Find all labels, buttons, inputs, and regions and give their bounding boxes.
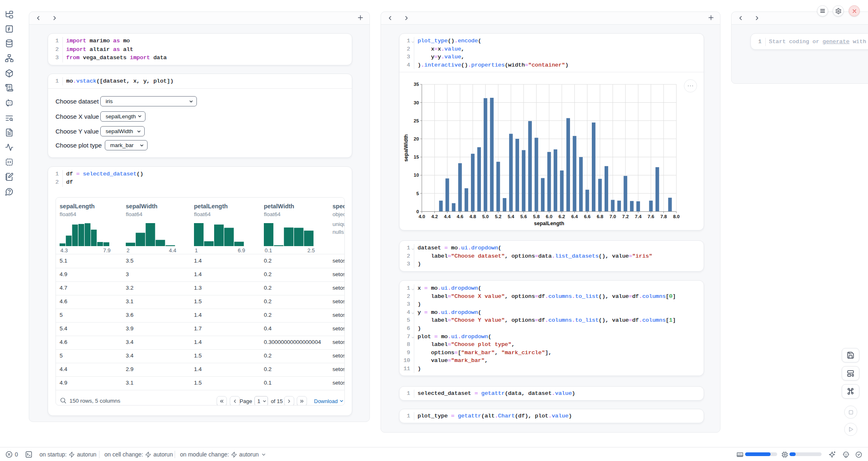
svg-text:15: 15 [414,154,419,159]
svg-text:4.0: 4.0 [418,214,425,219]
svg-text:7.6: 7.6 [648,214,654,219]
svg-text:5.8: 5.8 [533,214,540,219]
svg-text:4.8: 4.8 [469,214,476,219]
svg-text:30: 30 [414,100,419,105]
svg-text:5.2: 5.2 [495,214,501,219]
svg-text:sepalWidth: sepalWidth [403,134,409,162]
svg-text:8.0: 8.0 [673,214,680,219]
svg-text:6.8: 6.8 [597,214,604,219]
svg-text:4.4: 4.4 [444,214,451,219]
svg-text:5.4: 5.4 [508,214,515,219]
svg-text:5: 5 [416,191,419,196]
svg-text:6.4: 6.4 [571,214,578,219]
svg-text:4.6: 4.6 [457,214,463,219]
svg-text:7.2: 7.2 [622,214,629,219]
svg-text:20: 20 [414,136,419,141]
svg-text:7.4: 7.4 [635,214,642,219]
svg-text:4.2: 4.2 [431,214,438,219]
svg-text:6.0: 6.0 [546,214,552,219]
svg-text:sepalLength: sepalLength [534,221,564,226]
svg-text:35: 35 [414,82,419,87]
svg-text:6.2: 6.2 [559,214,565,219]
svg-text:0: 0 [416,209,419,214]
svg-text:6.6: 6.6 [584,214,591,219]
svg-text:7.8: 7.8 [660,214,667,219]
svg-text:7.0: 7.0 [609,214,616,219]
svg-text:10: 10 [414,173,419,177]
svg-text:5.0: 5.0 [482,214,489,219]
svg-text:25: 25 [414,118,419,123]
svg-text:5.6: 5.6 [520,214,527,219]
